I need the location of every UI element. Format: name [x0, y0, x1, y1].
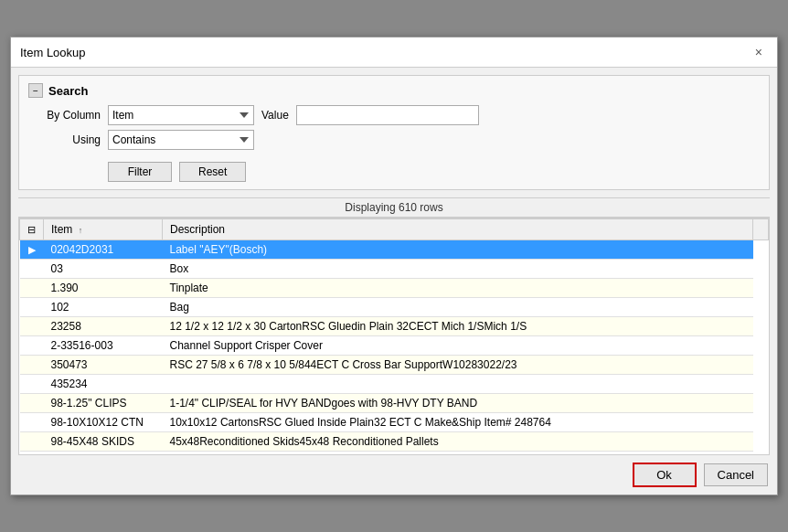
description-cell: Box	[163, 260, 753, 279]
by-column-select[interactable]: Item Description	[108, 105, 254, 125]
search-header: − Search	[28, 83, 760, 98]
row-indicator-cell	[20, 317, 44, 336]
reset-button[interactable]: Reset	[179, 162, 246, 182]
status-bar: Displaying 610 rows	[18, 197, 770, 218]
description-cell: Tinplate	[163, 279, 753, 298]
search-buttons: Filter Reset	[108, 162, 760, 182]
item-cell: 350473	[44, 356, 163, 375]
item-column-header[interactable]: Item ↑	[44, 219, 163, 240]
item-cell: 98-10X10X12 CTN	[44, 413, 163, 432]
using-row: Using Contains Starts With Equals	[32, 130, 760, 150]
search-fields: By Column Item Description Value Using C…	[32, 105, 760, 182]
using-label: Using	[32, 133, 101, 146]
table-row[interactable]: 03Box	[20, 260, 769, 279]
scrollbar-spacer	[753, 219, 769, 240]
item-cell: 2-33516-003	[44, 336, 163, 356]
table-row[interactable]: 98-10X10X12 CTN10x10x12 CartonsRSC Glued…	[20, 413, 769, 432]
item-cell: 02042D2031	[44, 240, 163, 260]
sort-arrow-icon: ↑	[79, 226, 83, 235]
row-indicator-cell	[20, 356, 44, 375]
indicator-header: ⊟	[20, 219, 44, 240]
row-indicator-cell	[20, 413, 44, 432]
by-column-label: By Column	[32, 109, 101, 122]
table-row[interactable]: ▶02042D2031Label "AEY"(Bosch)	[20, 240, 769, 260]
description-cell: RSC 27 5/8 x 6 7/8 x 10 5/844ECT C Cross…	[163, 356, 753, 375]
table-row[interactable]: 2-33516-003Channel Support Crisper Cover	[20, 336, 769, 356]
row-indicator-cell	[20, 260, 44, 279]
description-cell: 10x10x12 CartonsRSC Glued Inside Plain32…	[163, 413, 753, 432]
search-section-title: Search	[48, 84, 88, 98]
filter-button[interactable]: Filter	[108, 162, 172, 182]
description-cell: Label "AEY"(Bosch)	[163, 240, 753, 260]
table-row[interactable]: 2325812 1/2 x 12 1/2 x 30 CartonRSC Glue…	[20, 317, 769, 336]
table-row[interactable]: 98-45X48 SKIDS45x48Reconditioned Skids45…	[20, 432, 769, 452]
item-cell: 03	[44, 260, 163, 279]
table-row[interactable]: 1.390Tinplate	[20, 279, 769, 298]
item-cell: 98-1.25" CLIPS	[44, 394, 163, 413]
row-indicator-cell	[20, 336, 44, 356]
row-indicator-cell	[20, 298, 44, 317]
ok-button[interactable]: Ok	[633, 463, 697, 487]
description-cell: Channel Support Crisper Cover	[163, 336, 753, 356]
footer: Ok Cancel	[11, 455, 777, 495]
value-input[interactable]	[296, 105, 479, 125]
filter-icon: ⊟	[27, 224, 36, 235]
table-header-row: ⊟ Item ↑ Description	[20, 219, 769, 240]
row-indicator-cell	[20, 394, 44, 413]
item-cell: 23258	[44, 317, 163, 336]
table-row[interactable]: 435234	[20, 375, 769, 394]
description-cell: 45x48Reconditioned Skids45x48 Reconditio…	[163, 432, 753, 452]
table-body: ▶02042D2031Label "AEY"(Bosch)03Box1.390T…	[20, 240, 769, 452]
item-cell: 102	[44, 298, 163, 317]
description-cell: 1-1/4" CLIP/SEAL for HVY BANDgoes with 9…	[163, 394, 753, 413]
table-row[interactable]: 102Bag	[20, 298, 769, 317]
description-cell: 12 1/2 x 12 1/2 x 30 CartonRSC Gluedin P…	[163, 317, 753, 336]
row-count: Displaying 610 rows	[345, 201, 442, 214]
by-column-row: By Column Item Description Value	[32, 105, 760, 125]
data-table: ⊟ Item ↑ Description ▶02042D2031Label "A…	[19, 218, 769, 452]
cancel-button[interactable]: Cancel	[704, 463, 768, 486]
search-section: − Search By Column Item Description Valu…	[18, 75, 770, 190]
row-indicator-cell	[20, 279, 44, 298]
row-indicator-cell	[20, 375, 44, 394]
row-indicator-cell	[20, 432, 44, 452]
item-cell: 98-45X48 SKIDS	[44, 432, 163, 452]
description-cell: Bag	[163, 298, 753, 317]
description-column-header[interactable]: Description	[163, 219, 753, 240]
using-select[interactable]: Contains Starts With Equals	[108, 130, 254, 150]
data-table-container[interactable]: ⊟ Item ↑ Description ▶02042D2031Label "A…	[18, 218, 770, 455]
table-row[interactable]: 98-1.25" CLIPS1-1/4" CLIP/SEAL for HVY B…	[20, 394, 769, 413]
collapse-button[interactable]: −	[28, 83, 43, 98]
value-label: Value	[261, 109, 289, 122]
item-cell: 435234	[44, 375, 163, 394]
description-cell	[163, 375, 753, 394]
table-row[interactable]: 350473RSC 27 5/8 x 6 7/8 x 10 5/844ECT C…	[20, 356, 769, 375]
close-button[interactable]: ×	[750, 43, 768, 61]
row-indicator-cell: ▶	[20, 240, 44, 260]
item-cell: 1.390	[44, 279, 163, 298]
title-bar: Item Lookup ×	[11, 37, 777, 68]
item-lookup-dialog: Item Lookup × − Search By Column Item De…	[10, 37, 778, 495]
dialog-title: Item Lookup	[20, 46, 86, 59]
